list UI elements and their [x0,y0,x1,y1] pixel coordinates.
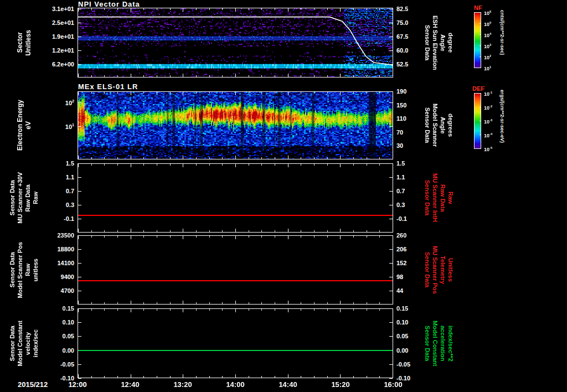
panel2-right-tickmark [389,126,393,127]
panel2-x-tickmark [196,157,197,159]
panel1-x-tickmark-top [288,8,288,12]
panel3-x-tickmark-top [170,164,171,166]
panel1-right-tickmark [389,50,393,51]
panel4-x-tickmark [288,301,288,304]
panel4-x-tickmark [249,302,249,304]
panel3-right-tick-label: 1.5 [396,160,405,167]
panel5-x-tickmark-top [196,309,197,311]
panel3-left-tickmark [78,177,81,178]
panel2-x-tickmark-top [157,92,157,94]
right-axis-label-line: ESH Sun Elevation [431,16,439,70]
panel4-x-tickmark [91,302,92,304]
panel5-right-tickmark [389,336,393,337]
panel2-x-tickmark [379,157,380,159]
panel5-x-tickmark [91,376,92,378]
left-axis-label-line: Model Constant [17,321,24,367]
panel3-x-tickmark-top [183,164,183,167]
left-axis-label-line: Raw Data [24,184,32,212]
panel3-x-tickmark-top [288,164,288,167]
panel1-x-tickmark [340,74,341,77]
panel4-right-tick-label: 98 [396,274,403,280]
panel5-left-tickmark [78,336,81,337]
panel1-x-tickmark-top [143,8,144,10]
colorbar2-tickmark [480,148,481,149]
right-axis-label-line: Angle [439,34,446,51]
panel1-x-tickmark-top [196,8,197,10]
right-axis-label-line: degrees [447,114,454,137]
x-axis-tick-label: 12:00 [61,380,94,389]
def-colorbar-title: DEF [472,85,484,92]
panel4-x-tickmark-top [209,236,210,238]
right-axis-label-line: acceleration [439,326,446,361]
panel2-x-tickmark [209,157,210,159]
panel5-right-tickmark [389,378,393,379]
right-axis-label-line: Sensor Data [424,326,431,361]
panel2-x-tickmark [222,157,223,159]
panel4-x-tickmark-top [131,236,131,239]
panel5-data-line [78,350,393,351]
panel3-x-tickmark-top [196,164,197,166]
els-spectrogram-plot [78,91,393,159]
panel4-x-tickmark-top [261,236,262,238]
panel4-left-tickmark [78,249,81,250]
left-axis-label-line: Sensor Data [9,326,16,361]
panel5-x-tickmark [209,376,210,378]
panel1-x-tickmark [367,75,367,77]
nf-colorbar-unit: cnts/(cm**2-sr-sec) [499,10,505,55]
panel4-right-tick-label: 206 [396,246,406,252]
panel3-x-tickmark-top [143,164,144,166]
panel1-x-tickmark-top [340,8,341,12]
panel4-x-tickmark [393,301,393,304]
panel5-right-tick-label: -0.05 [396,361,410,368]
panel1-x-tickmark [288,74,288,77]
panel2-x-tickmark [170,157,171,159]
panel1-x-tickmark [222,75,223,77]
colorbar1-tickmark [480,23,481,24]
nf-colorbar [474,12,481,68]
left-axis-label-line: velocity [24,332,32,355]
panel2-x-tickmark [327,157,328,159]
panel1-x-tickmark [301,75,301,77]
panel2-x-tickmark [301,157,301,159]
panel3-x-tickmark [157,230,157,232]
panel3-x-tickmark-top [340,164,341,167]
panel1-x-tickmark [104,75,105,77]
panel4-x-tickmark [275,302,275,304]
panel3-right-axis-label: Sensor DataMU Scanner IntHRaw DataRaw [420,163,457,233]
colorbar1-tickmark [480,12,481,13]
panel2-right-tick-label: 70 [396,129,403,136]
panel2-x-tickmark [275,157,275,159]
panel2-x-tickmark-top [314,92,315,94]
colorbar1-tickmark [480,45,481,46]
panel3-x-tickmark [249,230,249,232]
colorbar1-tick-label: 105 [484,21,491,27]
panel3-x-tickmark [393,229,393,232]
spectrogram-dashboard: NPI Vector Data MEx ELS-01 LR NF DEF cnt… [0,0,567,392]
panel1-x-tickmark-top [170,8,171,10]
panel2-x-tickmark-top [367,92,367,94]
panel4-x-tickmark-top [379,236,380,238]
panel4-x-tickmark-top [288,236,288,239]
panel4-x-tickmark-top [314,236,315,238]
panel2-x-tickmark [104,157,105,159]
panel5-right-tick-label: 0.05 [396,333,408,339]
panel3-x-tickmark-top [131,164,131,167]
panel2-x-tickmark-top [249,92,249,94]
date-label: 2015/212 [18,380,48,389]
left-axis-label-line: Raw [24,264,32,276]
panel1-x-tickmark [249,75,249,77]
panel4-x-tickmark [235,301,236,304]
panel4-x-tickmark-top [222,236,223,238]
panel1-x-tickmark [314,75,315,77]
panel3-x-tickmark-top [78,164,79,167]
panel3-x-tickmark [131,229,131,232]
panel5-x-tickmark [131,374,131,378]
panel3-x-tickmark [353,230,354,232]
panel5-x-tickmark [249,376,249,378]
panel5-left-axis-label: Sensor DataModel Constantvelocityindex/s… [6,308,42,378]
panel3-x-tickmark-top [379,164,380,166]
colorbar2-tick-label: 10-5 [484,146,492,152]
x-axis-tick-label: 13:20 [166,380,199,389]
panel2-x-tickmark-top [393,92,393,95]
panel2-x-tickmark-top [78,92,79,95]
